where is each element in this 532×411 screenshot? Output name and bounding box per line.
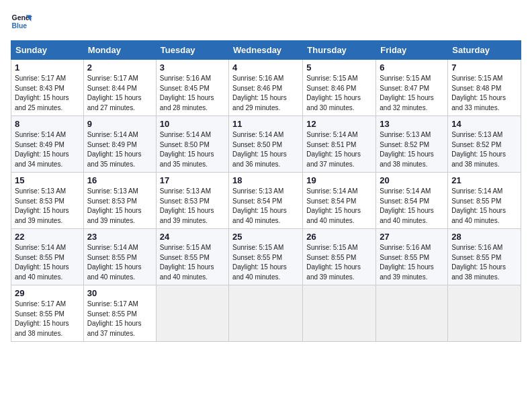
day-info: Sunrise: 5:17 AM Sunset: 8:55 PM Dayligh… <box>87 300 152 338</box>
calendar-week-2: 8 Sunrise: 5:14 AM Sunset: 8:49 PM Dayli… <box>11 116 521 173</box>
calendar-week-5: 29 Sunrise: 5:17 AM Sunset: 8:55 PM Dayl… <box>11 285 521 342</box>
day-number: 23 <box>87 232 152 242</box>
calendar-cell: 28 Sunrise: 5:16 AM Sunset: 8:55 PM Dayl… <box>448 229 521 285</box>
logo: General Blue <box>11 11 32 32</box>
day-info: Sunrise: 5:14 AM Sunset: 8:50 PM Dayligh… <box>160 130 225 169</box>
day-info: Sunrise: 5:16 AM Sunset: 8:55 PM Dayligh… <box>380 243 444 282</box>
day-number: 13 <box>380 119 444 129</box>
day-number: 7 <box>451 62 517 73</box>
day-number: 6 <box>380 62 444 73</box>
day-info: Sunrise: 5:15 AM Sunset: 8:55 PM Dayligh… <box>160 243 225 282</box>
day-info: Sunrise: 5:13 AM Sunset: 8:52 PM Dayligh… <box>380 130 444 169</box>
calendar-cell: 11 Sunrise: 5:14 AM Sunset: 8:50 PM Dayl… <box>229 116 303 173</box>
day-number: 22 <box>15 232 80 242</box>
day-number: 29 <box>15 288 80 298</box>
calendar-cell: 14 Sunrise: 5:13 AM Sunset: 8:52 PM Dayl… <box>448 116 521 173</box>
day-number: 14 <box>451 119 517 129</box>
calendar-week-4: 22 Sunrise: 5:14 AM Sunset: 8:55 PM Dayl… <box>11 229 521 285</box>
day-info: Sunrise: 5:16 AM Sunset: 8:46 PM Dayligh… <box>232 74 299 113</box>
day-info: Sunrise: 5:14 AM Sunset: 8:51 PM Dayligh… <box>306 130 372 169</box>
day-number: 9 <box>87 119 152 129</box>
day-info: Sunrise: 5:15 AM Sunset: 8:48 PM Dayligh… <box>451 74 517 113</box>
day-number: 1 <box>15 62 80 73</box>
day-info: Sunrise: 5:15 AM Sunset: 8:47 PM Dayligh… <box>380 74 444 113</box>
calendar-cell <box>229 285 303 342</box>
day-number: 20 <box>380 175 444 185</box>
day-info: Sunrise: 5:17 AM Sunset: 8:44 PM Dayligh… <box>87 74 152 113</box>
day-number: 15 <box>15 175 80 185</box>
day-info: Sunrise: 5:14 AM Sunset: 8:49 PM Dayligh… <box>15 130 80 169</box>
day-info: Sunrise: 5:13 AM Sunset: 8:53 PM Dayligh… <box>15 187 80 226</box>
day-number: 25 <box>232 232 299 242</box>
day-info: Sunrise: 5:17 AM Sunset: 8:55 PM Dayligh… <box>15 300 80 338</box>
day-info: Sunrise: 5:14 AM Sunset: 8:55 PM Dayligh… <box>87 243 152 282</box>
calendar-week-1: 1 Sunrise: 5:17 AM Sunset: 8:43 PM Dayli… <box>11 60 521 116</box>
calendar-cell: 27 Sunrise: 5:16 AM Sunset: 8:55 PM Dayl… <box>376 229 448 285</box>
day-number: 5 <box>306 62 372 73</box>
calendar-cell: 13 Sunrise: 5:13 AM Sunset: 8:52 PM Dayl… <box>376 116 448 173</box>
day-info: Sunrise: 5:15 AM Sunset: 8:55 PM Dayligh… <box>306 243 372 282</box>
day-number: 17 <box>160 175 225 185</box>
calendar-cell: 19 Sunrise: 5:14 AM Sunset: 8:54 PM Dayl… <box>303 173 376 229</box>
day-number: 10 <box>160 119 225 129</box>
day-number: 3 <box>160 62 225 73</box>
calendar-cell: 20 Sunrise: 5:14 AM Sunset: 8:54 PM Dayl… <box>376 173 448 229</box>
header-cell-wednesday: Wednesday <box>229 41 303 60</box>
day-number: 26 <box>306 232 372 242</box>
calendar-cell: 12 Sunrise: 5:14 AM Sunset: 8:51 PM Dayl… <box>303 116 376 173</box>
day-info: Sunrise: 5:14 AM Sunset: 8:50 PM Dayligh… <box>232 130 299 169</box>
calendar-cell <box>376 285 448 342</box>
calendar-cell: 8 Sunrise: 5:14 AM Sunset: 8:49 PM Dayli… <box>11 116 84 173</box>
day-info: Sunrise: 5:13 AM Sunset: 8:53 PM Dayligh… <box>87 187 152 226</box>
day-info: Sunrise: 5:16 AM Sunset: 8:45 PM Dayligh… <box>160 74 225 113</box>
day-info: Sunrise: 5:14 AM Sunset: 8:54 PM Dayligh… <box>380 187 444 226</box>
header-cell-tuesday: Tuesday <box>156 41 228 60</box>
calendar-cell: 24 Sunrise: 5:15 AM Sunset: 8:55 PM Dayl… <box>156 229 228 285</box>
calendar-cell: 16 Sunrise: 5:13 AM Sunset: 8:53 PM Dayl… <box>83 173 156 229</box>
day-number: 19 <box>306 175 372 185</box>
day-info: Sunrise: 5:16 AM Sunset: 8:55 PM Dayligh… <box>451 243 517 282</box>
calendar-cell <box>156 285 228 342</box>
day-number: 16 <box>87 175 152 185</box>
calendar-cell: 17 Sunrise: 5:13 AM Sunset: 8:53 PM Dayl… <box>156 173 228 229</box>
day-info: Sunrise: 5:15 AM Sunset: 8:46 PM Dayligh… <box>306 74 372 113</box>
day-number: 28 <box>451 232 517 242</box>
day-info: Sunrise: 5:13 AM Sunset: 8:54 PM Dayligh… <box>232 187 299 226</box>
calendar-cell <box>303 285 376 342</box>
calendar-cell: 18 Sunrise: 5:13 AM Sunset: 8:54 PM Dayl… <box>229 173 303 229</box>
day-number: 12 <box>306 119 372 129</box>
day-number: 27 <box>380 232 444 242</box>
svg-text:Blue: Blue <box>12 22 28 30</box>
calendar-cell: 26 Sunrise: 5:15 AM Sunset: 8:55 PM Dayl… <box>303 229 376 285</box>
header-cell-saturday: Saturday <box>448 41 521 60</box>
calendar-cell: 3 Sunrise: 5:16 AM Sunset: 8:45 PM Dayli… <box>156 60 228 116</box>
header-row: SundayMondayTuesdayWednesdayThursdayFrid… <box>11 41 521 60</box>
calendar-cell: 4 Sunrise: 5:16 AM Sunset: 8:46 PM Dayli… <box>229 60 303 116</box>
day-info: Sunrise: 5:13 AM Sunset: 8:52 PM Dayligh… <box>451 130 517 169</box>
calendar-cell: 22 Sunrise: 5:14 AM Sunset: 8:55 PM Dayl… <box>11 229 84 285</box>
calendar-cell: 29 Sunrise: 5:17 AM Sunset: 8:55 PM Dayl… <box>11 285 84 342</box>
day-number: 2 <box>87 62 152 73</box>
calendar-cell: 9 Sunrise: 5:14 AM Sunset: 8:49 PM Dayli… <box>83 116 156 173</box>
day-info: Sunrise: 5:14 AM Sunset: 8:49 PM Dayligh… <box>87 130 152 169</box>
calendar-cell: 21 Sunrise: 5:14 AM Sunset: 8:55 PM Dayl… <box>448 173 521 229</box>
calendar-cell: 10 Sunrise: 5:14 AM Sunset: 8:50 PM Dayl… <box>156 116 228 173</box>
calendar-cell: 2 Sunrise: 5:17 AM Sunset: 8:44 PM Dayli… <box>83 60 156 116</box>
header-cell-thursday: Thursday <box>303 41 376 60</box>
day-number: 18 <box>232 175 299 185</box>
day-number: 24 <box>160 232 225 242</box>
calendar-week-3: 15 Sunrise: 5:13 AM Sunset: 8:53 PM Dayl… <box>11 173 521 229</box>
header-cell-sunday: Sunday <box>11 41 84 60</box>
calendar-cell: 25 Sunrise: 5:15 AM Sunset: 8:55 PM Dayl… <box>229 229 303 285</box>
calendar-cell <box>448 285 521 342</box>
calendar-cell: 1 Sunrise: 5:17 AM Sunset: 8:43 PM Dayli… <box>11 60 84 116</box>
day-info: Sunrise: 5:14 AM Sunset: 8:54 PM Dayligh… <box>306 187 372 226</box>
calendar-cell: 5 Sunrise: 5:15 AM Sunset: 8:46 PM Dayli… <box>303 60 376 116</box>
day-info: Sunrise: 5:14 AM Sunset: 8:55 PM Dayligh… <box>15 243 80 282</box>
page-header: General Blue <box>11 11 521 32</box>
calendar-cell: 7 Sunrise: 5:15 AM Sunset: 8:48 PM Dayli… <box>448 60 521 116</box>
calendar-cell: 23 Sunrise: 5:14 AM Sunset: 8:55 PM Dayl… <box>83 229 156 285</box>
header-cell-friday: Friday <box>376 41 448 60</box>
day-number: 21 <box>451 175 517 185</box>
logo-icon: General Blue <box>11 11 32 32</box>
